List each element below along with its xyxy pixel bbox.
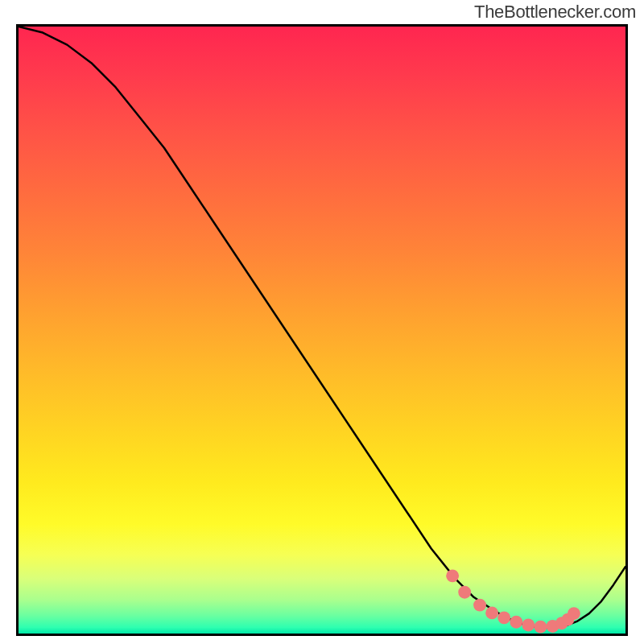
chart-container: TheBottlenecker.com [0,0,644,644]
watermark-text: TheBottlenecker.com [474,2,636,23]
plot-area [16,24,628,636]
bottleneck-gradient-background [19,27,625,634]
